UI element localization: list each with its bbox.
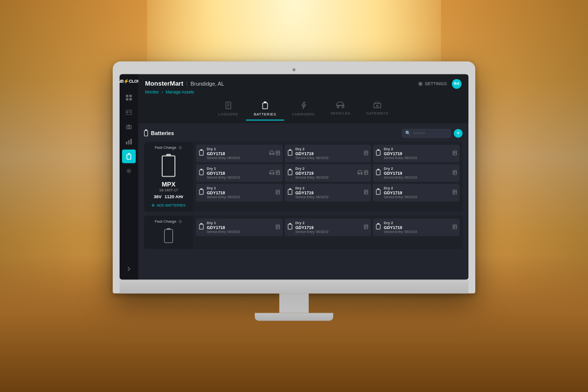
battery-model: MPX: [162, 181, 175, 188]
card-battery-icon: [376, 168, 381, 177]
svg-point-44: [270, 173, 271, 175]
battery-card[interactable]: Dry 2 GDY1719 Service Entry: 06/10/19: [373, 164, 460, 182]
svg-rect-3: [129, 98, 132, 100]
breadcrumb-arrow: ›: [162, 90, 163, 94]
battery-card[interactable]: Dry 1 GDY1718 Service Entry: 06/10/19: [196, 164, 283, 182]
card-id: GDY1719: [295, 171, 355, 176]
battery-card[interactable]: Dry 2 GDY1719 Service Entry: 06/10/19: [285, 144, 371, 162]
tab-chargers[interactable]: CHARGERS: [284, 98, 323, 120]
card-icons-right: [453, 224, 457, 230]
site-location: Brundidge, AL: [191, 81, 224, 87]
card-battery-icon: [199, 149, 204, 157]
tab-batteries[interactable]: BATTERIES: [246, 98, 284, 120]
sidebar-icon-grid[interactable]: [122, 91, 136, 104]
card-battery-icon: [288, 149, 293, 157]
svg-point-28: [272, 154, 274, 155]
sidebar-icon-camera[interactable]: [122, 120, 136, 134]
card-type: Dry 2: [384, 221, 450, 225]
card-type: Dry 1: [207, 221, 273, 225]
svg-point-14: [128, 170, 130, 172]
card-date: Service Entry: 06/10/19: [207, 195, 273, 199]
section-title: Batteries: [144, 130, 174, 136]
svg-rect-11: [128, 140, 130, 144]
card-icons-right: [453, 150, 457, 156]
card-date: Service Entry: 06/10/19: [295, 156, 362, 160]
user-avatar[interactable]: BA: [452, 79, 462, 89]
svg-rect-7: [129, 112, 131, 113]
add-battery-button[interactable]: +: [454, 129, 463, 138]
battery-card[interactable]: Dry 1 GDY1718 Service Entry: 06/10/19: [196, 218, 283, 236]
sidebar-icon-battery[interactable]: [122, 149, 136, 163]
card-id: GDY1718: [207, 151, 266, 156]
battery-card[interactable]: Dry 2 GDY1719 Service Entry: 06/10/19: [373, 144, 460, 162]
svg-point-15: [419, 83, 421, 84]
battery-voltage: 36V: [154, 194, 162, 199]
svg-rect-4: [126, 110, 132, 115]
card-id: GDY1719: [384, 151, 450, 156]
settings-button[interactable]: SETTINGS: [418, 81, 447, 86]
detail-icon: [364, 224, 368, 230]
add-batteries-link[interactable]: ⊕ ADD BATTERIES: [151, 203, 185, 208]
battery-card[interactable]: Dry 2 GDY1719 Service Entry: 06/10/19: [285, 218, 371, 236]
header-right: SETTINGS BA: [418, 79, 462, 89]
battery-card[interactable]: Dry 2 GDY1719 Service Entry: 06/10/19: [373, 218, 460, 236]
card-info: Dry 2 GDY1719 Service Entry: 06/10/19: [295, 166, 355, 179]
group-label-row-2: Fast Charge ⚙: [148, 219, 189, 224]
tab-vehicles-label: VEHICLES: [330, 111, 350, 115]
group-sidebar-2: Fast Charge ⚙: [144, 215, 193, 249]
card-date: Service Entry: 06/10/19: [295, 195, 362, 199]
svg-point-51: [358, 173, 360, 175]
card-id: GDY1719: [384, 190, 450, 195]
sidebar-icon-chart[interactable]: [122, 135, 136, 148]
content-area: Batteries 🔍 Search +: [138, 124, 468, 279]
tab-vehicles[interactable]: VEHICLES: [322, 98, 358, 120]
battery-card[interactable]: Dry 1 GDY1718 Service Entry: 06/10/19: [196, 144, 283, 162]
card-date: Service Entry: 06/10/19: [384, 230, 450, 233]
app-container: GNB⚡CLOUD: [120, 74, 468, 279]
sidebar-icon-card[interactable]: [122, 105, 136, 119]
card-type: Dry 1: [207, 186, 273, 190]
tab-loggers[interactable]: LOGGERS: [211, 98, 246, 120]
card-icons-right: [276, 189, 280, 195]
svg-rect-50: [288, 170, 292, 175]
detail-icon: [364, 150, 368, 156]
detail-icon: [453, 170, 457, 176]
breadcrumb-monitor[interactable]: Monitor: [145, 90, 159, 94]
card-info: Dry 2 GDY1719 Service Entry: 06/10/19: [384, 221, 450, 233]
search-box[interactable]: 🔍 Search: [402, 129, 451, 138]
card-date: Service Entry: 06/10/19: [207, 176, 266, 179]
batteries-tab-icon: [262, 101, 268, 111]
card-icons-right: [453, 170, 457, 176]
svg-rect-13: [127, 154, 131, 159]
svg-rect-1: [129, 94, 132, 97]
tab-gateways[interactable]: GATEWAYS: [358, 98, 396, 120]
battery-card[interactable]: Dry 2 GDY1719 Service Entry: 06/10/19: [285, 164, 371, 182]
group-gear-icon-2[interactable]: ⚙: [178, 219, 182, 224]
logo-lightning: ⚡: [123, 79, 129, 84]
battery-card[interactable]: Dry 2 GDY1719 Service Entry: 06/10/19: [373, 184, 460, 201]
svg-rect-12: [130, 138, 132, 144]
battery-card[interactable]: Dry 1 GDY1718 Service Entry: 06/10/19: [196, 184, 283, 201]
card-icons-right: [364, 150, 368, 156]
sidebar-icon-settings[interactable]: [122, 164, 136, 178]
header: MonsterMart | Brundidge, AL SETTINGS BA: [138, 74, 468, 124]
group-battery-icon-2: [164, 229, 173, 243]
sidebar-expand-button[interactable]: [122, 262, 136, 276]
battery-part: 18-140T-17: [159, 188, 178, 192]
detail-icon: [364, 189, 368, 195]
card-info: Dry 1 GDY1718 Service Entry: 06/10/19: [207, 147, 266, 160]
breadcrumb-manage[interactable]: Manage Assets: [166, 90, 194, 94]
vehicle-icon: [269, 170, 275, 176]
svg-rect-20: [263, 103, 268, 109]
card-date: Service Entry: 06/10/19: [384, 156, 450, 160]
card-type: Dry 2: [295, 221, 362, 225]
group-gear-icon-1[interactable]: ⚙: [178, 145, 182, 150]
add-batteries-label: ADD BATTERIES: [156, 203, 185, 208]
battery-card[interactable]: Dry 2 GDY1719 Service Entry: 06/10/19: [285, 184, 371, 201]
tab-chargers-label: CHARGERS: [292, 112, 315, 116]
card-date: Service Entry: 06/10/19: [207, 156, 266, 160]
logo-prefix: GNB: [120, 79, 123, 84]
card-battery-icon: [376, 188, 381, 196]
svg-point-52: [361, 173, 363, 175]
breadcrumb: Monitor › Manage Assets: [145, 90, 462, 94]
